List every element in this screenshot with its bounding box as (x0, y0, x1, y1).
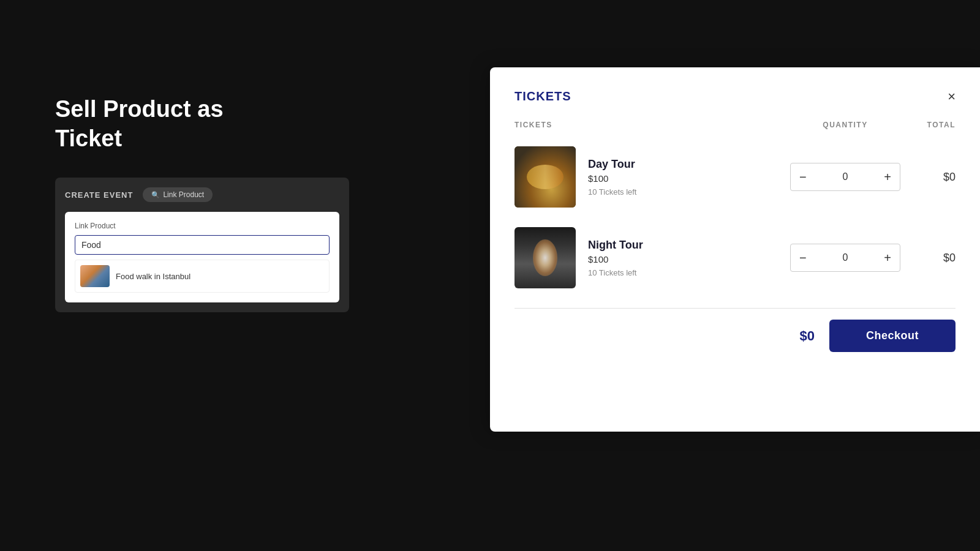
modal-header: TICKETS × (514, 89, 956, 103)
day-tour-thumbnail (514, 146, 576, 208)
search-icon: 🔍 (151, 191, 160, 199)
night-tour-quantity-stepper: − 0 + (790, 244, 900, 272)
mini-panel: CREATE EVENT 🔍 Link Product Link Product… (55, 178, 349, 312)
col-header-tickets: TICKETS (514, 121, 790, 129)
modal-divider (514, 308, 956, 309)
create-event-label: CREATE EVENT (65, 190, 133, 200)
dropdown-result-item[interactable]: Food walk in Istanbul (75, 260, 330, 293)
tickets-modal: TICKETS × TICKETS QUANTITY TOTAL Day Tou… (490, 67, 980, 432)
day-tour-increment-button[interactable]: + (880, 171, 895, 183)
col-header-quantity: QUANTITY (790, 121, 900, 129)
column-headers: TICKETS QUANTITY TOTAL (514, 121, 956, 134)
night-tour-increment-button[interactable]: + (880, 252, 895, 264)
day-tour-image (514, 146, 576, 208)
checkout-button[interactable]: Checkout (829, 320, 956, 352)
hero-title: Sell Product asTicket (55, 95, 349, 153)
night-tour-name: Night Tour (588, 239, 643, 252)
hero-section: Sell Product asTicket CREATE EVENT 🔍 Lin… (55, 95, 349, 312)
day-tour-quantity-stepper: − 0 + (790, 163, 900, 191)
result-thumbnail (80, 265, 110, 287)
table-row: Night Tour $100 10 Tickets left − 0 + $0 (514, 227, 956, 288)
night-tour-price: $100 (588, 254, 643, 264)
table-row: Day Tour $100 10 Tickets left − 0 + $0 (514, 146, 956, 208)
day-tour-info: Day Tour $100 10 Tickets left (514, 146, 790, 208)
result-thumbnail-image (80, 265, 110, 287)
grand-total: $0 (800, 328, 815, 344)
night-tour-details: Night Tour $100 10 Tickets left (588, 239, 643, 277)
link-product-dropdown: Link Product Food walk in Istanbul (65, 212, 339, 302)
night-tour-total: $0 (900, 252, 956, 264)
col-header-total: TOTAL (900, 121, 956, 129)
close-button[interactable]: × (948, 90, 956, 103)
link-product-button[interactable]: 🔍 Link Product (143, 187, 213, 202)
link-product-btn-label: Link Product (163, 190, 204, 199)
result-title: Food walk in Istanbul (116, 272, 190, 281)
day-tour-price: $100 (588, 173, 636, 184)
night-tour-tickets-left: 10 Tickets left (588, 268, 643, 277)
day-tour-quantity-value: 0 (838, 171, 853, 182)
link-product-input[interactable] (75, 235, 330, 255)
modal-footer: $0 Checkout (514, 320, 956, 352)
night-tour-thumbnail (514, 227, 576, 288)
day-tour-name: Day Tour (588, 158, 636, 171)
day-tour-tickets-left: 10 Tickets left (588, 187, 636, 197)
night-tour-info: Night Tour $100 10 Tickets left (514, 227, 790, 288)
day-tour-decrement-button[interactable]: − (796, 171, 810, 183)
night-tour-decrement-button[interactable]: − (796, 252, 810, 264)
night-tour-quantity-value: 0 (838, 252, 853, 263)
day-tour-details: Day Tour $100 10 Tickets left (588, 158, 636, 197)
link-product-label: Link Product (75, 222, 330, 230)
night-tour-image (514, 227, 576, 288)
modal-title: TICKETS (514, 89, 571, 103)
day-tour-total: $0 (900, 171, 956, 184)
mini-panel-header: CREATE EVENT 🔍 Link Product (65, 187, 339, 202)
